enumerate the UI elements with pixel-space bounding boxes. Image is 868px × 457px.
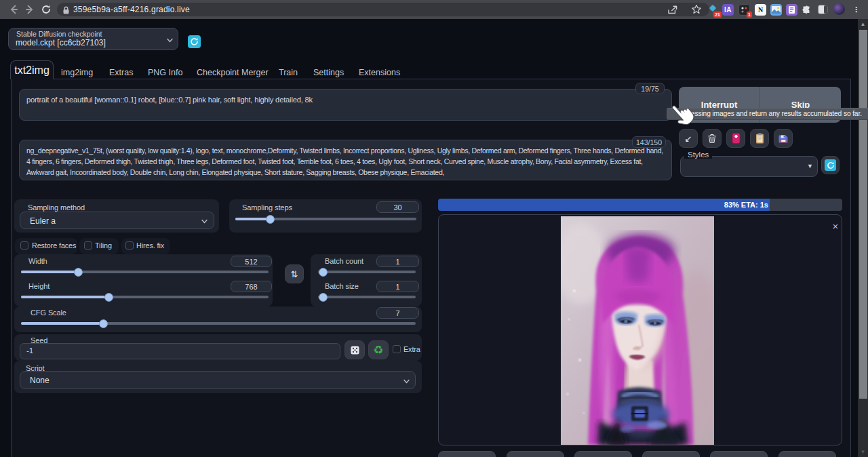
checkpoint-value: model.ckpt [cc6cb27103]	[16, 38, 106, 47]
apply-style-button[interactable]	[750, 129, 769, 148]
share-icon[interactable]	[667, 5, 678, 18]
hires-fix-checkbox[interactable]	[125, 241, 134, 250]
hires-fix-block: Hires. fix	[121, 238, 170, 254]
tiling-checkbox[interactable]	[84, 241, 92, 250]
checkpoint-dropdown[interactable]: Stable Diffusion checkpoint model.ckpt […	[8, 28, 178, 50]
sampling-method-dropdown[interactable]: Euler a	[20, 212, 214, 229]
extension-label: IA	[724, 6, 732, 14]
swap-dimensions-button[interactable]: ⇅	[285, 264, 304, 283]
extensions-puzzle-icon[interactable]	[802, 5, 812, 18]
extra-networks-button[interactable]	[726, 129, 745, 148]
seed-input[interactable]: -1	[20, 343, 340, 359]
tab-extras[interactable]: Extras	[109, 68, 133, 77]
zip-button[interactable]	[574, 451, 632, 457]
dropdown-arrow-icon: ▼	[807, 163, 813, 170]
tab-png-info[interactable]: PNG Info	[148, 68, 182, 77]
batch-size-label: Batch size	[325, 282, 359, 290]
extension-diamond-icon[interactable]: 21	[707, 3, 719, 15]
refresh-checkpoint-button[interactable]	[188, 35, 201, 48]
arrow-down-left-icon: ↙	[685, 134, 692, 144]
tab-extensions[interactable]: Extensions	[359, 68, 400, 77]
tab-checkpoint-merger[interactable]: Checkpoint Merger	[197, 68, 269, 77]
slider-thumb[interactable]	[266, 215, 275, 224]
send-to-img2img-button[interactable]	[642, 451, 700, 457]
cfg-scale-input[interactable]: 7	[376, 307, 419, 319]
reuse-seed-button[interactable]: ♻	[368, 340, 389, 359]
random-seed-button[interactable]	[344, 340, 365, 359]
extension-office-icon[interactable]	[786, 4, 797, 16]
script-dropdown[interactable]: None	[20, 371, 416, 389]
extension-ia-icon[interactable]: IA	[722, 4, 734, 16]
sampling-steps-input[interactable]: 30	[376, 201, 419, 213]
open-folder-button[interactable]	[438, 451, 496, 457]
profile-avatar[interactable]	[833, 3, 845, 15]
negative-prompt-textarea[interactable]: ng_deepnegative_v1_75t, (worst quality, …	[19, 140, 672, 180]
refresh-styles-button[interactable]	[821, 156, 840, 174]
width-input[interactable]: 512	[231, 256, 272, 267]
send-to-inpaint-button[interactable]	[710, 451, 768, 457]
browser-forward-icon[interactable]	[24, 3, 36, 16]
batch-size-input[interactable]: 1	[376, 281, 419, 292]
seed-block: Seed -1 ♻ Extra	[14, 334, 422, 361]
tab-label: img2img	[61, 68, 93, 77]
url-text[interactable]: 359e5b9a-a5ff-4216.gradio.live	[73, 0, 190, 19]
extension-app-icon[interactable]: 1	[738, 4, 750, 16]
slider-fill	[21, 296, 109, 298]
progress-bar: 83% ETA: 1s	[438, 199, 842, 211]
browser-menu-icon[interactable]: ⋮	[852, 3, 859, 16]
batch-count-slider[interactable]	[318, 271, 416, 273]
scrollbar-up-icon[interactable]: ▲	[858, 19, 868, 29]
slider-thumb[interactable]	[99, 319, 108, 328]
tab-settings[interactable]: Settings	[313, 68, 344, 77]
scrollbar-thumb[interactable]	[859, 30, 867, 399]
tab-label: txt2img	[14, 64, 50, 76]
hires-fix-label: Hires. fix	[136, 241, 164, 250]
slider-thumb[interactable]	[319, 268, 328, 277]
batch-size-slider[interactable]	[318, 296, 416, 298]
negative-prompt-text: ng_deepnegative_v1_75t, (worst quality, …	[26, 146, 663, 176]
save-style-button[interactable]	[774, 129, 793, 148]
chevron-down-icon	[201, 218, 208, 224]
prompt-textarea[interactable]: portrait of a beautiful [woman::0.1] rob…	[19, 89, 672, 121]
restore-faces-block: Restore faces	[15, 238, 77, 254]
cfg-scale-block: CFG Scale 7	[14, 306, 422, 332]
scrollbar-down-icon[interactable]: ▼	[858, 447, 868, 457]
tab-img2img[interactable]: img2img	[61, 68, 93, 77]
slider-thumb[interactable]	[104, 293, 113, 302]
side-panel-icon[interactable]	[818, 5, 828, 17]
styles-dropdown[interactable]: ▼	[680, 156, 818, 177]
seed-extra-checkbox[interactable]	[393, 345, 401, 353]
save-button[interactable]	[507, 451, 564, 457]
slider-thumb[interactable]	[74, 268, 83, 277]
tab-txt2img[interactable]: txt2img	[10, 60, 54, 79]
extension-notion-icon[interactable]: N	[755, 4, 766, 16]
bookmark-star-icon[interactable]	[691, 4, 702, 18]
dice-icon	[350, 345, 360, 355]
restore-faces-checkbox[interactable]	[20, 241, 28, 250]
close-image-button[interactable]: ×	[830, 221, 841, 232]
extension-photos-icon[interactable]	[770, 4, 782, 16]
batch-block: Batch count 1 Batch size 1	[311, 254, 422, 306]
batch-count-input[interactable]: 1	[376, 256, 419, 267]
styles-label: Styles	[684, 151, 712, 159]
screenshot-stage: 359e5b9a-a5ff-4216.gradio.live 21 IA 1 N	[0, 0, 868, 457]
prompt-text: portrait of a beautiful [woman::0.1] rob…	[26, 96, 313, 104]
height-input[interactable]: 768	[231, 281, 272, 292]
trash-icon	[707, 134, 717, 144]
browser-reload-icon[interactable]	[40, 3, 52, 16]
clear-prompt-button[interactable]	[703, 129, 722, 148]
generated-image[interactable]	[561, 216, 714, 445]
slider-thumb[interactable]	[319, 293, 328, 302]
sampling-steps-label: Sampling steps	[242, 203, 292, 212]
browser-back-icon[interactable]	[7, 3, 20, 16]
sampling-steps-block: Sampling steps 30	[229, 199, 422, 233]
tab-label: Train	[279, 68, 298, 77]
flower-card-icon	[732, 133, 741, 144]
send-to-extras-button[interactable]	[778, 451, 836, 457]
lock-icon[interactable]	[62, 5, 70, 18]
tab-label: Extensions	[359, 68, 400, 77]
tab-train[interactable]: Train	[279, 68, 298, 77]
progress-text: 83% ETA: 1s	[438, 199, 768, 211]
browser-scrollbar[interactable]: ▲ ▼	[858, 19, 868, 457]
height-label: Height	[28, 282, 50, 290]
